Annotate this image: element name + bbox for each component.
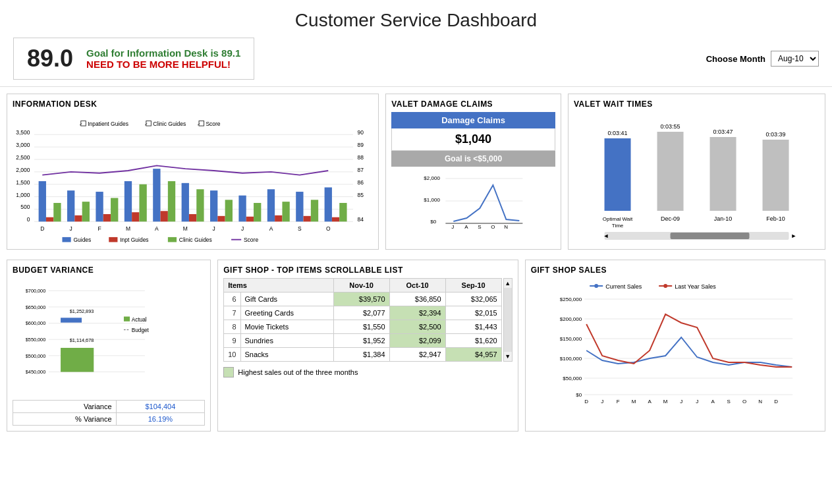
svg-rect-35 xyxy=(74,215,82,221)
gift-legend: Highest sales out of the three months xyxy=(223,367,512,378)
scroll-down[interactable]: ▼ xyxy=(505,352,511,361)
damage-amount: $1,040 xyxy=(391,128,555,151)
sections-row: INFORMATION DESK 3,500 3,000 2,500 2,000… xyxy=(0,86,832,250)
svg-point-133 xyxy=(594,284,598,288)
svg-rect-30 xyxy=(238,196,246,222)
svg-rect-33 xyxy=(325,187,332,221)
svg-text:Optimal Wait: Optimal Wait xyxy=(603,216,633,222)
svg-rect-42 xyxy=(275,215,282,221)
svg-text:N: N xyxy=(758,399,762,405)
variance-label: Variance xyxy=(13,401,117,413)
svg-text:Last Year Sales: Last Year Sales xyxy=(675,283,716,290)
svg-text:J: J xyxy=(601,399,603,405)
svg-text:A: A xyxy=(711,399,715,405)
svg-rect-31 xyxy=(267,189,275,221)
variance-value: $104,404 xyxy=(116,401,205,413)
svg-text:0:03:55: 0:03:55 xyxy=(660,123,680,130)
svg-text:Score: Score xyxy=(244,237,258,243)
svg-text:M: M xyxy=(183,225,188,232)
svg-text:$250,000: $250,000 xyxy=(559,296,582,302)
gift-shop-list-section: GIFT SHOP - TOP ITEMS SCROLLABLE LIST It… xyxy=(217,260,518,432)
svg-rect-41 xyxy=(246,217,254,222)
score-info: Goal for Information Desk is 89.1 NEED T… xyxy=(86,47,240,70)
svg-rect-23 xyxy=(39,181,46,221)
svg-text:Budget: Budget xyxy=(132,327,150,333)
svg-text:3,500: 3,500 xyxy=(16,129,30,136)
svg-rect-26 xyxy=(125,181,132,221)
svg-rect-95 xyxy=(604,138,630,211)
pct-variance-value: 16.19% xyxy=(116,413,205,426)
svg-text:Feb-10: Feb-10 xyxy=(766,215,785,222)
svg-rect-76 xyxy=(62,237,70,242)
svg-text:0:03:41: 0:03:41 xyxy=(607,130,627,136)
col-oct: Oct-10 xyxy=(389,279,445,293)
pct-variance-label: % Variance xyxy=(13,413,117,426)
svg-rect-78 xyxy=(109,237,117,242)
scroll-up[interactable]: ▲ xyxy=(505,279,511,288)
svg-text:J: J xyxy=(70,225,72,232)
svg-text:M: M xyxy=(631,399,636,405)
svg-text:Clinic Guides: Clinic Guides xyxy=(153,121,186,127)
svg-text:$450,000: $450,000 xyxy=(26,369,45,375)
svg-rect-125 xyxy=(61,318,82,322)
gift-shop-sales-section: GIFT SHOP SALES Current Sales Last Year … xyxy=(525,260,825,432)
svg-rect-53 xyxy=(282,202,289,221)
svg-text:M: M xyxy=(126,225,130,232)
gift-shop-table-wrapper: Items Nov-10 Oct-10 Sep-10 6 Gift Cards … xyxy=(223,278,512,362)
svg-text:88: 88 xyxy=(358,154,364,161)
svg-text:Inpatient Guides: Inpatient Guides xyxy=(88,121,128,127)
table-row: 7 Greeting Cards $2,077 $2,394 $2,015 xyxy=(224,306,501,320)
svg-rect-48 xyxy=(139,184,146,222)
svg-text:✓: ✓ xyxy=(144,122,148,126)
svg-text:87: 87 xyxy=(358,167,364,173)
damage-mini-chart: $2,000 $1,000 $0 J A S O N xyxy=(391,172,555,231)
svg-rect-50 xyxy=(196,189,204,221)
svg-text:0: 0 xyxy=(27,216,30,223)
need-text: NEED TO BE MORE HELPFUL! xyxy=(86,59,240,70)
svg-text:Score: Score xyxy=(206,121,220,127)
month-select[interactable]: Aug-10 xyxy=(771,51,819,67)
svg-text:Clinic Guides: Clinic Guides xyxy=(179,237,212,243)
score-box: 89.0 Goal for Information Desk is 89.1 N… xyxy=(13,38,254,80)
svg-text:Guides: Guides xyxy=(73,237,91,243)
svg-rect-47 xyxy=(111,198,118,221)
col-items: Items xyxy=(224,279,333,293)
svg-rect-52 xyxy=(254,203,261,221)
svg-rect-37 xyxy=(132,212,139,221)
svg-text:Time: Time xyxy=(612,223,624,229)
top-row: 89.0 Goal for Information Desk is 89.1 N… xyxy=(0,38,832,86)
svg-text:$500,000: $500,000 xyxy=(26,353,45,359)
svg-text:500: 500 xyxy=(20,204,30,210)
svg-text:✓: ✓ xyxy=(197,122,201,126)
svg-text:N: N xyxy=(505,224,509,230)
goal-text: Goal for Information Desk is 89.1 xyxy=(86,47,240,59)
damage-goal: Goal is <$5,000 xyxy=(391,151,555,167)
svg-text:$700,000: $700,000 xyxy=(26,288,45,294)
damage-header: Damage Claims xyxy=(391,112,555,128)
gift-shop-list-title: GIFT SHOP - TOP ITEMS SCROLLABLE LIST xyxy=(223,266,512,275)
scroll-bar[interactable]: ▲ ▼ xyxy=(503,278,513,362)
svg-text:Actual: Actual xyxy=(132,317,147,323)
svg-text:J: J xyxy=(696,399,698,405)
legend-label: Highest sales out of the three months xyxy=(238,368,358,376)
svg-text:J: J xyxy=(452,224,455,230)
svg-text:D: D xyxy=(774,399,778,405)
svg-text:0:03:47: 0:03:47 xyxy=(713,128,733,135)
svg-text:S: S xyxy=(478,224,482,230)
svg-rect-25 xyxy=(96,192,103,221)
gift-shop-table: Items Nov-10 Oct-10 Sep-10 6 Gift Cards … xyxy=(223,278,501,362)
svg-rect-43 xyxy=(304,216,311,221)
score-number: 89.0 xyxy=(27,45,73,72)
svg-rect-36 xyxy=(103,214,111,221)
valet-damage-title: VALET DAMAGE CLAIMS xyxy=(391,99,555,109)
valet-wait-chart: 0:03:41 0:03:55 0:03:47 0:03:39 Optimal … xyxy=(574,112,819,231)
svg-rect-40 xyxy=(217,216,225,221)
valet-wait-title: VALET WAIT TIMES xyxy=(574,99,819,109)
svg-text:$200,000: $200,000 xyxy=(559,316,582,322)
valet-damage-section: VALET DAMAGE CLAIMS Damage Claims $1,040… xyxy=(385,94,561,250)
svg-text:$2,000: $2,000 xyxy=(424,175,441,181)
svg-text:S: S xyxy=(727,399,730,405)
svg-rect-128 xyxy=(124,316,130,321)
svg-text:86: 86 xyxy=(358,179,364,186)
svg-text:84: 84 xyxy=(358,216,364,223)
